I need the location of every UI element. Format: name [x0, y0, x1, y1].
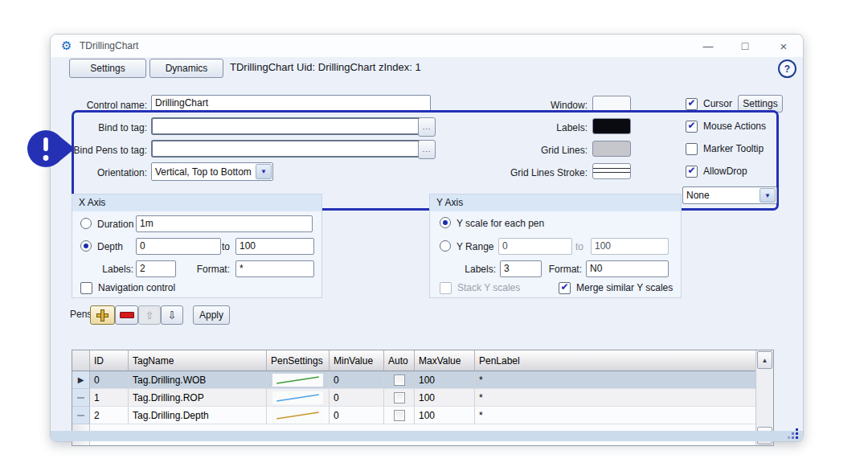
col-pensettings[interactable]: PenSettings	[267, 350, 330, 371]
bind-to-tag-browse-button[interactable]: ...	[418, 117, 436, 137]
col-minvalue[interactable]: MinValue	[330, 350, 384, 371]
cell-maxvalue[interactable]: 100	[415, 371, 475, 389]
cell-auto[interactable]	[384, 371, 415, 389]
y-range-from-input[interactable]: 0	[498, 238, 572, 255]
orientation-label: Orientation:	[57, 165, 147, 181]
help-icon[interactable]: ?	[778, 59, 796, 78]
y-range-radio[interactable]	[440, 240, 451, 252]
dialog-window: ⚙ TDrillingChart — □ × Settings Dynamics…	[50, 34, 804, 442]
grid-lines-stroke-swatch[interactable]	[592, 163, 631, 179]
navigation-control-row: Navigation control	[80, 280, 175, 296]
depth-from-input[interactable]: 0	[136, 238, 221, 255]
orientation-dropdown[interactable]: Vertical, Top to Bottom ▼	[151, 162, 273, 181]
mouse-actions-checkbox[interactable]: ✔	[686, 121, 698, 133]
navigation-control-checkbox[interactable]	[80, 282, 92, 294]
dialog-body: Settings Dynamics TDrillingChart Uid: Dr…	[51, 57, 803, 431]
maximize-button[interactable]: □	[729, 35, 761, 57]
y-labels-label: Labels:	[454, 261, 496, 277]
cell-tagname[interactable]: Tag.Drilling.WOB	[129, 371, 267, 389]
auto-checkbox[interactable]	[394, 392, 405, 403]
close-button[interactable]: ×	[768, 35, 800, 57]
duration-radio[interactable]	[80, 218, 92, 229]
duration-input[interactable]: 1m	[136, 215, 313, 232]
col-auto[interactable]: Auto	[384, 350, 415, 371]
cell-pensettings[interactable]	[267, 371, 330, 389]
cell-minvalue[interactable]: 0	[330, 407, 384, 424]
cell-tagname[interactable]: Tag.Drilling.ROP	[129, 389, 267, 407]
allow-drop-label: AllowDrop	[703, 166, 747, 177]
labels-color-label: Labels:	[469, 120, 588, 136]
allow-drop-checkbox[interactable]: ✔	[686, 166, 698, 178]
marker-tooltip-checkbox[interactable]	[686, 143, 698, 155]
cursor-settings-button[interactable]: Settings	[738, 95, 783, 113]
grid-lines-color-swatch[interactable]	[592, 141, 631, 157]
cell-auto[interactable]	[384, 407, 415, 424]
uid-info-text: TDrillingChart Uid: DrillingChart zIndex…	[230, 59, 421, 76]
tab-dynamics[interactable]: Dynamics	[149, 59, 223, 78]
stack-y-scales-checkbox[interactable]	[440, 282, 452, 294]
cell-auto[interactable]	[384, 389, 415, 407]
x-format-label: Format:	[177, 261, 230, 277]
cell-tagname[interactable]: Tag.Drilling.Depth	[129, 407, 267, 424]
y-range-to-label: to	[575, 239, 583, 255]
y-scale-each-pen-radio[interactable]	[440, 217, 451, 228]
cell-penlabel[interactable]: *	[475, 389, 755, 407]
cell-id[interactable]: 2	[90, 407, 129, 424]
pen-line-sample	[272, 391, 323, 404]
mouse-actions-row: ✔ Mouse Actions	[686, 118, 766, 134]
row-selector[interactable]	[72, 389, 90, 407]
cell-minvalue[interactable]: 0	[330, 389, 384, 407]
cell-minvalue[interactable]: 0	[330, 371, 384, 389]
bind-pens-to-tag-browse-button[interactable]: ...	[418, 140, 436, 159]
y-format-input[interactable]: N0	[586, 260, 669, 277]
merge-y-scales-label: Merge similar Y scales	[576, 282, 673, 293]
cell-penlabel[interactable]: *	[475, 407, 755, 424]
merge-y-scales-checkbox[interactable]: ✔	[559, 282, 571, 294]
merge-y-scales-row: ✔ Merge similar Y scales	[559, 280, 673, 296]
cursor-checkbox[interactable]: ✔	[686, 98, 698, 110]
minimize-button[interactable]: —	[692, 35, 724, 57]
control-name-label: Control name:	[57, 97, 147, 113]
x-labels-input[interactable]: 2	[136, 260, 176, 277]
depth-radio[interactable]	[80, 240, 92, 252]
apply-button[interactable]: Apply	[193, 305, 230, 325]
x-format-input[interactable]: *	[235, 260, 314, 277]
grid-lines-stroke-label: Grid Lines Stroke:	[469, 165, 588, 181]
depth-to-input[interactable]: 100	[235, 238, 314, 255]
labels-color-swatch[interactable]	[592, 118, 631, 134]
col-id[interactable]: ID	[90, 350, 129, 371]
resize-grip-icon[interactable]	[787, 428, 799, 440]
stack-y-scales-row: Stack Y scales	[440, 280, 520, 296]
overlay-dropdown[interactable]: None ▼	[682, 186, 777, 204]
row-selector[interactable]	[72, 407, 90, 424]
bind-pens-to-tag-input[interactable]	[151, 140, 421, 158]
move-pen-up-button[interactable]: ⇧	[138, 305, 161, 325]
col-maxvalue[interactable]: MaxValue	[415, 350, 475, 371]
bind-to-tag-input[interactable]	[151, 117, 421, 135]
scroll-up-button[interactable]: ▲	[757, 351, 772, 369]
cell-pensettings[interactable]	[267, 389, 330, 407]
cell-maxvalue[interactable]: 100	[415, 389, 475, 407]
chevron-down-icon: ▼	[760, 188, 776, 203]
move-pen-down-button[interactable]: ⇩	[161, 305, 183, 325]
y-range-to-input[interactable]: 100	[591, 238, 669, 255]
window-color-swatch[interactable]	[592, 96, 631, 112]
pen-line-sample	[272, 409, 323, 422]
auto-checkbox[interactable]	[394, 410, 405, 421]
add-pen-button[interactable]	[90, 305, 115, 325]
cell-penlabel[interactable]: *	[475, 371, 755, 389]
auto-checkbox[interactable]	[394, 375, 405, 386]
cell-pensettings[interactable]	[267, 407, 330, 424]
remove-pen-button[interactable]	[115, 305, 138, 325]
cell-maxvalue[interactable]: 100	[415, 407, 475, 424]
y-axis-group: Y Axis Y scale for each pen Y Range 0 to…	[429, 194, 682, 298]
stack-y-scales-label: Stack Y scales	[457, 282, 520, 293]
tab-settings[interactable]: Settings	[69, 59, 146, 78]
col-tagname[interactable]: TagName	[129, 350, 267, 371]
title-bar[interactable]: ⚙ TDrillingChart — □ ×	[51, 35, 803, 57]
col-penlabel[interactable]: PenLabel	[475, 350, 755, 371]
cell-id[interactable]: 0	[90, 371, 129, 389]
control-name-input[interactable]: DrillingChart	[151, 95, 431, 112]
row-selector[interactable]: ▶	[72, 371, 90, 389]
cell-id[interactable]: 1	[90, 389, 129, 407]
